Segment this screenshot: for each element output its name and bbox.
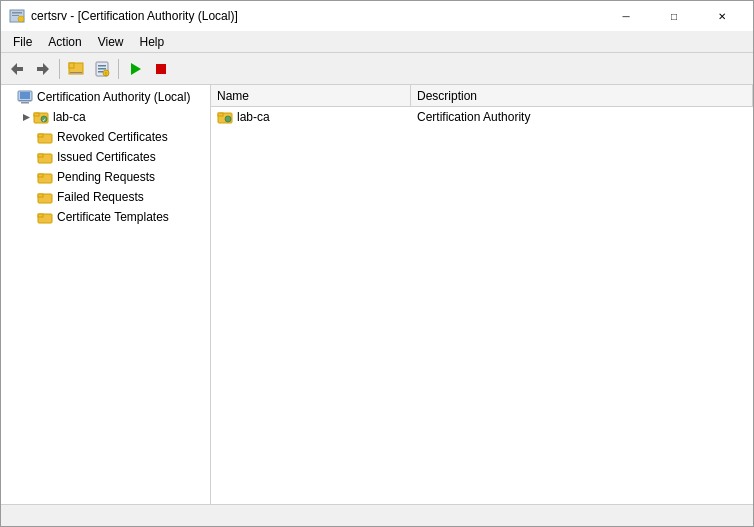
tree-item-failed-label: Failed Requests	[57, 190, 144, 204]
tree-item-templates[interactable]: Certificate Templates	[33, 207, 210, 227]
forward-button[interactable]	[31, 57, 55, 81]
menu-view[interactable]: View	[90, 33, 132, 51]
svg-text:✓: ✓	[42, 117, 46, 123]
svg-rect-33	[38, 194, 43, 197]
list-item-ca-icon	[217, 109, 233, 125]
svg-marker-4	[11, 63, 23, 75]
main-window: certsrv - [Certification Authority (Loca…	[0, 0, 754, 527]
list-cell-description: Certification Authority	[411, 108, 753, 126]
list-cell-name-text: lab-ca	[237, 110, 270, 124]
svg-rect-12	[98, 71, 103, 73]
tree-item-issued-label: Issued Certificates	[57, 150, 156, 164]
app-icon	[9, 8, 25, 24]
folder-icon-failed	[37, 189, 53, 205]
window-controls: ─ □ ✕	[603, 1, 745, 31]
folder-icon-pending	[37, 169, 53, 185]
window-title: certsrv - [Certification Authority (Loca…	[31, 9, 238, 23]
up-button[interactable]	[64, 57, 88, 81]
column-header-name[interactable]: Name	[211, 85, 411, 106]
svg-rect-8	[70, 72, 82, 73]
tree-children-lab-ca: Revoked Certificates Issued Certificates	[33, 127, 210, 227]
folder-icon-revoked	[37, 129, 53, 145]
list-body: lab-ca Certification Authority	[211, 107, 753, 504]
main-area: Certification Authority (Local) ✓	[1, 85, 753, 504]
svg-marker-5	[37, 63, 49, 75]
menu-bar: File Action View Help	[1, 31, 753, 53]
svg-rect-7	[69, 63, 74, 68]
properties-button[interactable]: !	[90, 57, 114, 81]
svg-point-38	[225, 116, 231, 122]
svg-rect-20	[20, 92, 30, 99]
menu-action[interactable]: Action	[40, 33, 89, 51]
tree-item-issued[interactable]: Issued Certificates	[33, 147, 210, 167]
tree-item-pending[interactable]: Pending Requests	[33, 167, 210, 187]
svg-rect-29	[38, 154, 43, 157]
tree-item-pending-label: Pending Requests	[57, 170, 155, 184]
svg-rect-18	[21, 102, 29, 104]
svg-rect-16	[156, 64, 166, 74]
tree-panel: Certification Authority (Local) ✓	[1, 85, 211, 504]
svg-rect-31	[38, 174, 43, 177]
play-button[interactable]	[123, 57, 147, 81]
root-expand-icon	[5, 92, 15, 102]
maximize-button[interactable]: □	[651, 1, 697, 31]
title-bar: certsrv - [Certification Authority (Loca…	[1, 1, 753, 31]
svg-text:!: !	[105, 71, 106, 77]
list-header: Name Description	[211, 85, 753, 107]
back-button[interactable]	[5, 57, 29, 81]
svg-rect-35	[38, 214, 43, 217]
svg-point-3	[18, 16, 24, 22]
lab-ca-expand-icon	[21, 112, 31, 122]
close-button[interactable]: ✕	[699, 1, 745, 31]
stop-button[interactable]	[149, 57, 173, 81]
svg-rect-37	[218, 113, 223, 116]
minimize-button[interactable]: ─	[603, 1, 649, 31]
svg-marker-21	[23, 114, 30, 121]
tree-item-revoked-label: Revoked Certificates	[57, 130, 168, 144]
folder-icon-issued	[37, 149, 53, 165]
tree-node-lab-ca-wrapper: ✓ lab-ca Revoked Certificates	[17, 107, 210, 227]
column-header-description[interactable]: Description	[411, 85, 753, 106]
tree-root-label: Certification Authority (Local)	[37, 90, 190, 104]
folder-icon-templates	[37, 209, 53, 225]
computer-icon	[17, 89, 33, 105]
list-panel: Name Description lab-ca Certification Au…	[211, 85, 753, 504]
list-row[interactable]: lab-ca Certification Authority	[211, 107, 753, 127]
title-bar-left: certsrv - [Certification Authority (Loca…	[9, 8, 238, 24]
svg-rect-10	[98, 65, 106, 67]
tree-node-lab-ca[interactable]: ✓ lab-ca	[17, 107, 210, 127]
status-bar	[1, 504, 753, 526]
svg-rect-19	[19, 100, 31, 101]
svg-rect-1	[12, 12, 22, 14]
toolbar-separator-1	[59, 59, 60, 79]
svg-rect-23	[34, 113, 39, 116]
menu-file[interactable]: File	[5, 33, 40, 51]
svg-rect-27	[38, 134, 43, 137]
ca-icon: ✓	[33, 109, 49, 125]
svg-marker-15	[131, 63, 141, 75]
toolbar-separator-2	[118, 59, 119, 79]
svg-rect-11	[98, 68, 106, 70]
svg-rect-2	[12, 15, 19, 16]
tree-item-revoked[interactable]: Revoked Certificates	[33, 127, 210, 147]
tree-item-templates-label: Certificate Templates	[57, 210, 169, 224]
toolbar: !	[1, 53, 753, 85]
menu-help[interactable]: Help	[132, 33, 173, 51]
list-cell-name: lab-ca	[211, 107, 411, 127]
tree-item-failed[interactable]: Failed Requests	[33, 187, 210, 207]
tree-root-item[interactable]: Certification Authority (Local)	[1, 87, 210, 107]
tree-node-lab-ca-label: lab-ca	[53, 110, 86, 124]
